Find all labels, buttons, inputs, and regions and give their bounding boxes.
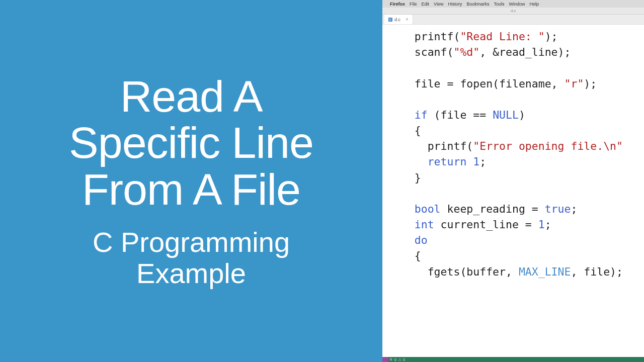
menubar[interactable]: Firefox File Edit View History Bookmarks…	[382, 0, 644, 8]
error-count: 0	[394, 358, 396, 361]
menu-history[interactable]: History	[448, 2, 462, 7]
warning-count: 0	[403, 358, 405, 361]
menu-bookmarks[interactable]: Bookmarks	[466, 2, 489, 7]
menu-edit[interactable]: Edit	[422, 2, 430, 7]
close-icon[interactable]: ×	[406, 17, 409, 22]
subtitle-line-2: Example	[136, 257, 246, 289]
code-editor[interactable]: printf("Read Line: "); scanf("%d", &read…	[382, 25, 644, 357]
error-icon[interactable]: ⊘	[389, 357, 392, 361]
menu-tools[interactable]: Tools	[494, 2, 504, 7]
menubar-app-name[interactable]: Firefox	[390, 2, 405, 7]
menu-help[interactable]: Help	[529, 2, 539, 7]
title-panel: Read A Specific Line From A File C Progr…	[0, 0, 382, 362]
window-titlebar: d.c	[382, 8, 644, 15]
title-line-3: From A File	[82, 164, 300, 214]
menu-file[interactable]: File	[410, 2, 417, 7]
tab-filename: d.c	[394, 17, 400, 22]
warning-icon[interactable]: △	[398, 357, 401, 361]
c-file-icon: C	[388, 18, 392, 22]
menu-window[interactable]: Window	[509, 2, 525, 7]
editor-window: Firefox File Edit View History Bookmarks…	[382, 0, 644, 362]
subtitle: C Programming Example	[93, 227, 290, 289]
main-title: Read A Specific Line From A File	[69, 73, 313, 213]
title-line-2: Specific Line	[69, 118, 313, 167]
menu-view[interactable]: View	[434, 2, 443, 7]
title-line-1: Read A	[120, 71, 263, 121]
statusbar[interactable]: ⊘ 0 △ 0	[382, 357, 644, 362]
subtitle-line-1: C Programming	[93, 226, 290, 258]
tab-file[interactable]: C d.c ×	[384, 15, 413, 24]
tab-bar[interactable]: C d.c ×	[382, 15, 644, 25]
window-title-text: d.c	[511, 9, 516, 13]
